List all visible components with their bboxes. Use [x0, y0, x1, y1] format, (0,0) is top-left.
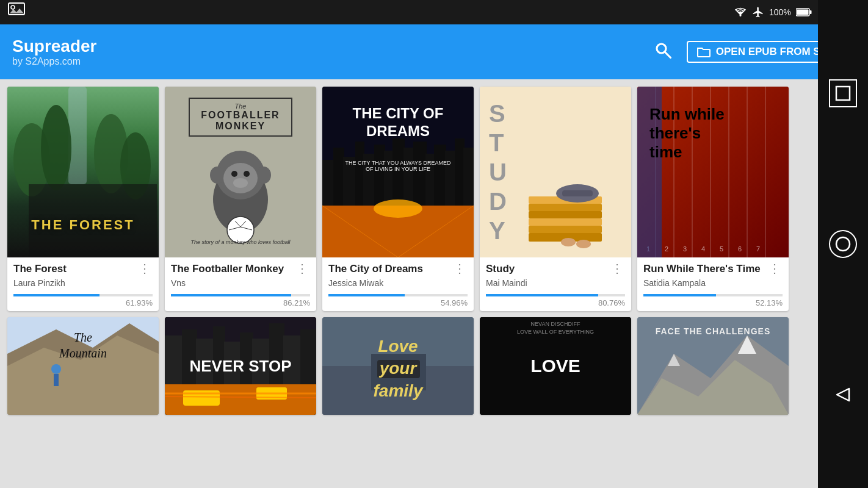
- svg-point-24: [231, 171, 237, 177]
- open-epub-label: OPEN EPUB FROM SD: [716, 46, 828, 58]
- svg-rect-38: [413, 142, 427, 209]
- svg-point-26: [233, 178, 248, 188]
- svg-point-21: [210, 167, 225, 184]
- monkey-author: Vns: [171, 278, 310, 290]
- battery-text: 100%: [769, 7, 791, 17]
- svg-rect-79: [54, 374, 59, 386]
- study-vertical-text: S T U D Y: [489, 101, 507, 243]
- face-title: FACE THE CHALLENGES: [637, 326, 789, 336]
- run-menu-button[interactable]: ⋮: [766, 262, 783, 274]
- svg-point-14: [41, 105, 71, 190]
- svg-rect-50: [529, 204, 602, 211]
- study-menu-button[interactable]: ⋮: [609, 262, 625, 274]
- book-card-forest[interactable]: THE FOREST The Forest ⋮ Laura Pinzikh 61…: [7, 87, 159, 311]
- cover-study: S T U D Y: [480, 87, 631, 257]
- status-bar: 100% 10:17 PM: [0, 0, 868, 24]
- cover-mountain: TheMountain: [7, 317, 159, 415]
- city-author: Jessica Miwak: [328, 278, 468, 290]
- svg-point-104: [836, 237, 850, 251]
- monkey-info: The Footballer Monkey ⋮ Vns 86.21%: [165, 257, 316, 311]
- svg-rect-2: [797, 10, 808, 15]
- monkey-progress-text: 86.21%: [171, 296, 310, 311]
- svg-text:6: 6: [738, 245, 742, 253]
- right-nav: [818, 0, 868, 488]
- svg-point-57: [561, 238, 576, 246]
- neverstop-title: NEVER STOP: [165, 357, 316, 376]
- study-progress-text: 80.76%: [486, 296, 625, 311]
- forest-menu-button[interactable]: ⋮: [136, 262, 153, 274]
- open-epub-button[interactable]: OPEN EPUB FROM SD: [687, 41, 837, 63]
- svg-rect-37: [403, 148, 414, 209]
- monkey-subtitle: The story of a monkey who loves football: [165, 239, 316, 245]
- run-book-title: Run While There's Time: [643, 262, 766, 276]
- battery-icon: [796, 8, 812, 16]
- run-info: Run While There's Time ⋮ Satidia Kampala…: [637, 257, 789, 311]
- app-title-group: Supreader by S2Apps.com: [12, 37, 654, 67]
- svg-text:5: 5: [720, 245, 723, 253]
- monkey-box: The FOOTBALLER MONKEY: [189, 98, 292, 137]
- svg-rect-32: [355, 142, 364, 209]
- recent-apps-button[interactable]: [829, 79, 857, 107]
- svg-rect-53: [529, 226, 602, 233]
- top-bar: Supreader by S2Apps.com OPEN EPUB FROM S…: [0, 24, 868, 79]
- square-icon: [835, 85, 851, 101]
- book-row-2: TheMountain: [7, 317, 861, 415]
- book-card-love[interactable]: NEVAN DISCHDIFFLOVE WALL OF EVERYTHING L…: [480, 317, 631, 415]
- svg-rect-56: [562, 190, 593, 196]
- book-card-city[interactable]: THE CITY OFDREAMS THE CITY THAT YOU ALWA…: [322, 87, 474, 311]
- forest-progress-text: 61.93%: [13, 296, 153, 311]
- forest-title: THE FOREST: [7, 217, 159, 233]
- app-subtitle: by S2Apps.com: [12, 56, 654, 67]
- content-area: THE FOREST The Forest ⋮ Laura Pinzikh 61…: [0, 79, 868, 488]
- app-title: Supreader: [12, 37, 654, 56]
- book-row-1: THE FOREST The Forest ⋮ Laura Pinzikh 61…: [7, 87, 861, 311]
- study-author: Mai Maindi: [486, 278, 625, 290]
- gallery-icon: [7, 1, 26, 19]
- cover-lovefamily: Loveyourfamily: [322, 317, 474, 415]
- run-progress-text: 52.13%: [643, 296, 783, 311]
- back-button[interactable]: [829, 381, 857, 409]
- svg-text:4: 4: [701, 245, 705, 253]
- study-book-title: Study: [486, 262, 609, 276]
- cover-monkey: The FOOTBALLER MONKEY The story of a mon…: [165, 87, 316, 257]
- city-subtitle: THE CITY THAT YOU ALWAYS DREAMED OF LIVI…: [322, 160, 474, 172]
- city-menu-button[interactable]: ⋮: [451, 262, 468, 274]
- svg-rect-103: [836, 87, 850, 100]
- monkey-menu-button[interactable]: ⋮: [294, 262, 310, 274]
- svg-text:3: 3: [683, 245, 687, 253]
- svg-point-78: [51, 364, 61, 374]
- cover-neverstop: NEVER STOP: [165, 317, 316, 415]
- run-title: Run whilethere'stime: [649, 105, 776, 162]
- svg-rect-42: [455, 138, 465, 209]
- cover-love: NEVAN DISCHDIFFLOVE WALL OF EVERYTHING L…: [480, 317, 631, 415]
- svg-point-47: [374, 199, 422, 218]
- svg-rect-12: [68, 87, 87, 184]
- forest-book-title: The Forest: [13, 262, 136, 276]
- city-title: THE CITY OFDREAMS: [322, 105, 474, 140]
- home-button[interactable]: [829, 230, 857, 258]
- book-card-mountain[interactable]: TheMountain: [7, 317, 159, 415]
- book-card-face[interactable]: FACE THE CHALLENGES: [637, 317, 789, 415]
- circle-icon: [835, 236, 851, 252]
- book-card-lovefamily[interactable]: Loveyourfamily: [322, 317, 474, 415]
- svg-rect-52: [529, 218, 602, 226]
- monkey-book-title: The Footballer Monkey: [171, 262, 294, 276]
- search-button[interactable]: [654, 41, 672, 63]
- mountain-title-area: TheMountain: [7, 329, 159, 361]
- city-book-title: The City of Dreams: [328, 262, 451, 276]
- svg-rect-43: [463, 148, 474, 209]
- svg-text:7: 7: [756, 245, 760, 253]
- book-card-monkey[interactable]: The FOOTBALLER MONKEY The story of a mon…: [165, 87, 316, 311]
- book-card-run[interactable]: 1 2 3 4 5 6 7 Run whilethere'stime Run W: [637, 87, 789, 311]
- love-title: LOVE: [480, 356, 631, 376]
- study-info: Study ⋮ Mai Maindi 80.76%: [480, 257, 631, 311]
- svg-point-58: [576, 240, 591, 248]
- svg-text:2: 2: [665, 245, 668, 253]
- book-card-study[interactable]: S T U D Y Study ⋮ Mai Maindi: [480, 87, 631, 311]
- book-card-neverstop[interactable]: NEVER STOP: [165, 317, 316, 415]
- cover-forest: THE FOREST: [7, 87, 159, 257]
- run-author: Satidia Kampala: [643, 278, 783, 290]
- svg-line-7: [665, 52, 671, 57]
- main-layout: THE FOREST The Forest ⋮ Laura Pinzikh 61…: [0, 79, 868, 488]
- lovefamily-title: Loveyourfamily: [322, 336, 474, 402]
